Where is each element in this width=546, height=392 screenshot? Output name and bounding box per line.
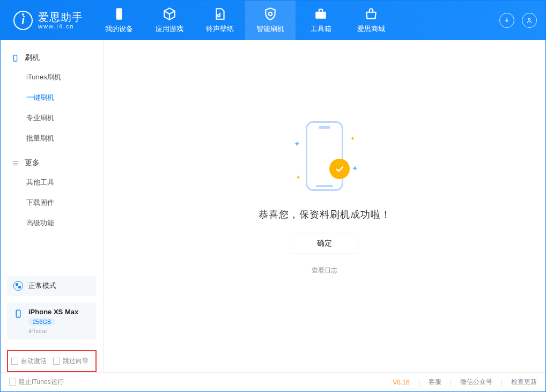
tab-label: 爱思商城	[357, 24, 385, 34]
checkbox-label: 自动激活	[21, 357, 47, 366]
checkbox-icon	[9, 379, 16, 386]
sidebar-item-other-tools[interactable]: 其他工具	[1, 172, 103, 193]
view-log-link[interactable]: 查看日志	[312, 266, 337, 275]
check-badge-icon	[329, 159, 350, 179]
logo-icon: i	[13, 11, 33, 30]
sparkle-icon: ✦	[352, 164, 358, 173]
sparkle-icon: ✦	[296, 174, 300, 180]
sparkle-icon: ✦	[294, 139, 300, 148]
sidebar-item-download-firmware[interactable]: 下载固件	[1, 193, 103, 213]
success-hero: ✦ ✦ ✦ ✦ 恭喜您，保资料刷机成功啦！ 确定 查看日志	[259, 116, 391, 275]
sparkle-icon: ✦	[350, 135, 355, 142]
body: 刷机 iTunes刷机 一键刷机 专业刷机 批量刷机 更多 其他工具 下载固件 …	[1, 40, 545, 372]
device-icon	[11, 54, 19, 62]
options-highlight: 自动激活 跳过向导	[7, 350, 97, 372]
sidebar-item-batch-flash[interactable]: 批量刷机	[1, 128, 103, 149]
sidebar: 刷机 iTunes刷机 一键刷机 专业刷机 批量刷机 更多 其他工具 下载固件 …	[1, 40, 104, 372]
header: i 爱思助手 www.i4.cn 我的设备 应用游戏 铃声壁纸 智能刷机	[1, 1, 545, 40]
tab-label: 智能刷机	[256, 24, 284, 34]
tab-store[interactable]: 爱思商城	[346, 1, 396, 40]
sidebar-item-oneclick-flash[interactable]: 一键刷机	[1, 87, 103, 108]
tab-ringtones[interactable]: 铃声壁纸	[195, 1, 245, 40]
brand-name: 爱思助手	[38, 11, 83, 23]
svg-point-4	[528, 19, 530, 21]
header-actions	[499, 1, 545, 40]
brand-url: www.i4.cn	[38, 23, 83, 29]
device-card[interactable]: iPhone XS Max 256GB iPhone	[7, 302, 97, 339]
tab-apps-games[interactable]: 应用游戏	[144, 1, 195, 40]
device-capacity: 256GB	[28, 318, 55, 326]
user-button[interactable]	[522, 13, 537, 28]
toolbox-icon	[314, 7, 328, 21]
checkbox-label: 阻止iTunes运行	[19, 378, 64, 387]
sidebar-section-flash: 刷机	[1, 49, 103, 67]
app-window: i 爱思助手 www.i4.cn 我的设备 应用游戏 铃声壁纸 智能刷机	[0, 0, 546, 392]
logo[interactable]: i 爱思助手 www.i4.cn	[1, 1, 94, 40]
menu-lines-icon	[11, 159, 19, 167]
checkbox-icon	[11, 358, 18, 365]
checkbox-label: 跳过向导	[63, 357, 88, 366]
phone-icon	[112, 7, 126, 21]
footer: 阻止iTunes运行 V8.16 | 客服 | 微信公众号 | 检查更新	[1, 372, 545, 391]
tab-label: 工具箱	[311, 24, 331, 34]
store-icon	[364, 7, 378, 21]
svg-rect-2	[116, 8, 122, 20]
tab-label: 应用游戏	[156, 24, 183, 34]
svg-rect-5	[13, 55, 17, 61]
tab-toolbox[interactable]: 工具箱	[296, 1, 346, 40]
music-file-icon	[213, 7, 227, 21]
checkbox-skip-guide[interactable]: 跳过向导	[53, 357, 88, 366]
svg-rect-3	[315, 12, 326, 19]
phone-illustration: ✦ ✦ ✦ ✦	[284, 116, 365, 196]
footer-link-wechat[interactable]: 微信公众号	[460, 378, 492, 387]
section-title: 更多	[25, 158, 40, 168]
sidebar-section-more: 更多	[1, 154, 103, 172]
mode-card[interactable]: 正常模式	[7, 276, 97, 296]
sidebar-items-flash: iTunes刷机 一键刷机 专业刷机 批量刷机	[1, 67, 103, 154]
footer-link-update[interactable]: 检查更新	[511, 378, 537, 387]
tab-my-device[interactable]: 我的设备	[94, 1, 144, 40]
tab-flash[interactable]: 智能刷机	[245, 1, 296, 40]
checkbox-icon	[53, 358, 60, 365]
tab-label: 铃声壁纸	[206, 24, 234, 34]
version-label: V8.16	[393, 379, 409, 386]
sidebar-item-pro-flash[interactable]: 专业刷机	[1, 108, 103, 128]
mode-icon	[13, 281, 23, 291]
device-type: iPhone	[28, 328, 78, 334]
mode-label: 正常模式	[28, 281, 56, 291]
tab-label: 我的设备	[105, 24, 133, 34]
sidebar-item-advanced[interactable]: 高级功能	[1, 213, 103, 233]
download-button[interactable]	[499, 13, 514, 28]
confirm-button[interactable]: 确定	[291, 233, 358, 254]
phone-outline-icon	[13, 309, 23, 319]
cube-icon	[163, 7, 176, 21]
sidebar-items-more: 其他工具 下载固件 高级功能	[1, 172, 103, 239]
success-message: 恭喜您，保资料刷机成功啦！	[259, 208, 391, 221]
phone-outline-icon	[306, 121, 343, 191]
checkbox-block-itunes[interactable]: 阻止iTunes运行	[9, 378, 64, 387]
footer-link-support[interactable]: 客服	[429, 378, 441, 387]
section-title: 刷机	[25, 53, 40, 63]
main-content: ✦ ✦ ✦ ✦ 恭喜您，保资料刷机成功啦！ 确定 查看日志	[104, 40, 545, 372]
device-name: iPhone XS Max	[28, 308, 78, 316]
checkbox-auto-activate[interactable]: 自动激活	[11, 357, 47, 366]
nav-tabs: 我的设备 应用游戏 铃声壁纸 智能刷机 工具箱 爱思商城	[94, 1, 396, 40]
sidebar-item-itunes-flash[interactable]: iTunes刷机	[1, 67, 103, 87]
shield-refresh-icon	[263, 7, 277, 21]
